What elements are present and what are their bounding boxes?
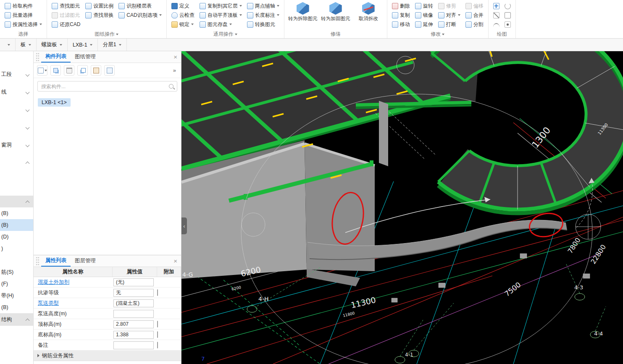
toolbar-overflow-button[interactable]: » xyxy=(171,67,178,73)
delete-component-button[interactable] xyxy=(64,65,74,76)
sidebar-item-3[interactable] xyxy=(0,118,33,136)
button-复制到其它层[interactable]: 复制到其它层 xyxy=(197,1,244,10)
export-component-button[interactable] xyxy=(104,65,115,76)
button-复制[interactable]: 复制 xyxy=(390,10,412,20)
property-value-input[interactable]: (混凝土泵) xyxy=(113,299,154,307)
grip-handle-icon[interactable] xyxy=(36,52,39,62)
button-设置比例[interactable]: 设置比例 xyxy=(83,1,116,10)
sidebar-item-5[interactable] xyxy=(0,154,33,171)
sidebar-item-结构[interactable]: 结构 xyxy=(0,313,33,326)
button-查找图元[interactable]: 查找图元 xyxy=(50,1,82,10)
button-取消拆改[interactable]: 取消拆改 xyxy=(352,1,384,30)
sidebar-item-带(H)[interactable]: 带(H) xyxy=(0,290,33,301)
close-icon[interactable]: × xyxy=(173,54,177,60)
button-转为加固图元[interactable]: 转为加固图元 xyxy=(320,1,352,30)
sidebar-item-(B)[interactable]: (B) xyxy=(0,301,33,313)
combo-cropped[interactable] xyxy=(0,39,16,51)
button-定义[interactable]: 定义 xyxy=(169,1,197,10)
viewport-3d[interactable]: 130011300620062004-G4-H113001180075004-3… xyxy=(181,51,623,364)
duplicate-component-button[interactable] xyxy=(77,65,88,76)
button-锁定[interactable]: 锁定 xyxy=(169,20,197,29)
sidebar-item-7[interactable] xyxy=(0,196,33,207)
sidebar-item-窗洞[interactable]: 窗洞 xyxy=(0,136,33,154)
button-拾取构件[interactable]: 拾取构件 xyxy=(3,1,44,10)
section-rebar-business-props[interactable]: 钢筋业务属性 xyxy=(34,351,181,361)
combo-板[interactable]: 板 xyxy=(16,39,37,51)
combo-LXB-1[interactable]: LXB-1 xyxy=(68,39,98,51)
new-component-button[interactable] xyxy=(37,65,47,76)
sidebar-item-(F)[interactable]: (F) xyxy=(0,278,33,290)
button-drawpoint[interactable] xyxy=(491,1,502,10)
button-CAD识别选项[interactable]: CAD识别选项 xyxy=(116,10,163,20)
combo-螺旋板[interactable]: 螺旋板 xyxy=(37,39,68,51)
group-label-通用操作[interactable]: 通用操作 xyxy=(169,30,281,38)
button-偏移[interactable]: 偏移 xyxy=(463,1,486,10)
button-移动[interactable]: 移动 xyxy=(390,20,412,29)
property-value-input[interactable] xyxy=(113,341,154,349)
button-图元存盘[interactable]: 图元存盘 xyxy=(197,20,244,29)
sidebar-item-线[interactable]: 线 xyxy=(0,83,33,101)
copy-component-button[interactable] xyxy=(50,65,61,76)
search-input[interactable] xyxy=(41,84,169,89)
sidebar-item-工段[interactable]: 工段 xyxy=(0,65,33,83)
button-查找替换[interactable]: 查找替换 xyxy=(83,10,116,20)
sidebar-item-筋(S)[interactable]: 筋(S) xyxy=(0,266,33,278)
button-旋转[interactable]: 旋转 xyxy=(413,1,435,10)
property-name[interactable]: 泵送类型 xyxy=(34,300,113,307)
button-还原CAD[interactable]: 还原CAD xyxy=(50,20,82,29)
button-drawline[interactable] xyxy=(491,10,502,20)
tab-layer-management[interactable]: 图层管理 xyxy=(71,255,100,267)
button-转为拆除图元[interactable]: 转为拆除图元 xyxy=(287,1,319,30)
grip-handle-icon[interactable] xyxy=(36,257,39,266)
property-value-input[interactable]: (无) xyxy=(113,278,154,286)
attach-checkbox[interactable] xyxy=(157,289,158,296)
button-drawrotate[interactable] xyxy=(502,1,513,10)
button-云检查[interactable]: 云检查 xyxy=(169,10,197,20)
button-两点辅轴[interactable]: 两点辅轴 xyxy=(245,1,281,10)
property-value-input[interactable]: 无 xyxy=(113,289,154,297)
button-过滤图元[interactable]: 过滤图元 xyxy=(50,10,82,20)
model-3d[interactable]: 130011300620062004-G4-H113001180075004-3… xyxy=(181,51,623,364)
store-component-button[interactable] xyxy=(91,65,101,76)
button-批量选择[interactable]: 批量选择 xyxy=(3,10,44,20)
button-对齐[interactable]: 对齐 xyxy=(436,10,463,20)
property-name[interactable]: 混凝土外加剂 xyxy=(34,279,113,286)
tab-property-list[interactable]: 属性列表 xyxy=(41,255,71,267)
button-打断[interactable]: 打断 xyxy=(436,20,463,29)
sidebar-item-12[interactable] xyxy=(0,254,33,266)
sidebar-item-)[interactable]: ) xyxy=(0,243,33,254)
close-icon[interactable]: × xyxy=(173,258,177,264)
tab-drawing-management[interactable]: 图纸管理 xyxy=(71,51,100,63)
sidebar-item-2[interactable] xyxy=(0,101,33,118)
attach-checkbox[interactable] xyxy=(157,342,158,348)
property-value-input[interactable]: 1.388 xyxy=(113,331,154,339)
button-自动平齐顶板[interactable]: 自动平齐顶板 xyxy=(197,10,244,20)
panel-collapse-handle[interactable]: ‹ xyxy=(181,217,187,234)
combo-分层1[interactable]: 分层1 xyxy=(98,39,127,51)
button-修剪[interactable]: 修剪 xyxy=(436,1,463,10)
button-识别楼层表[interactable]: 识别楼层表 xyxy=(116,1,163,10)
attach-checkbox[interactable] xyxy=(157,331,158,338)
sidebar-item-(B)[interactable]: (B) xyxy=(0,219,33,231)
group-label-修改[interactable]: 修改 xyxy=(390,30,486,38)
group-label-图纸操作[interactable]: 图纸操作 xyxy=(50,30,164,38)
button-drawdot[interactable] xyxy=(502,20,513,29)
property-value-input[interactable] xyxy=(113,310,154,318)
button-drawarc[interactable] xyxy=(491,20,502,29)
property-value-input[interactable]: 2.807 xyxy=(113,320,154,328)
component-item[interactable]: LXB-1 <1> xyxy=(38,98,71,107)
button-长度标注[interactable]: 长度标注 xyxy=(245,10,281,20)
button-镜像[interactable]: 镜像 xyxy=(413,10,435,20)
tab-component-list[interactable]: 构件列表 xyxy=(41,51,71,63)
button-延伸[interactable]: 延伸 xyxy=(413,20,435,29)
search-box[interactable] xyxy=(37,81,177,92)
attach-checkbox[interactable] xyxy=(157,321,158,327)
button-drawrect[interactable] xyxy=(502,10,513,20)
sidebar-item-(B)[interactable]: (B) xyxy=(0,207,33,219)
button-合并[interactable]: 合并 xyxy=(463,10,486,20)
sidebar-item-(D)[interactable]: (D) xyxy=(0,231,33,243)
button-删除[interactable]: 删除 xyxy=(390,1,412,10)
button-按属性选择[interactable]: 按属性选择 xyxy=(3,20,44,29)
button-分割[interactable]: 分割 xyxy=(463,20,486,29)
button-转换图元[interactable]: 转换图元 xyxy=(245,20,281,29)
